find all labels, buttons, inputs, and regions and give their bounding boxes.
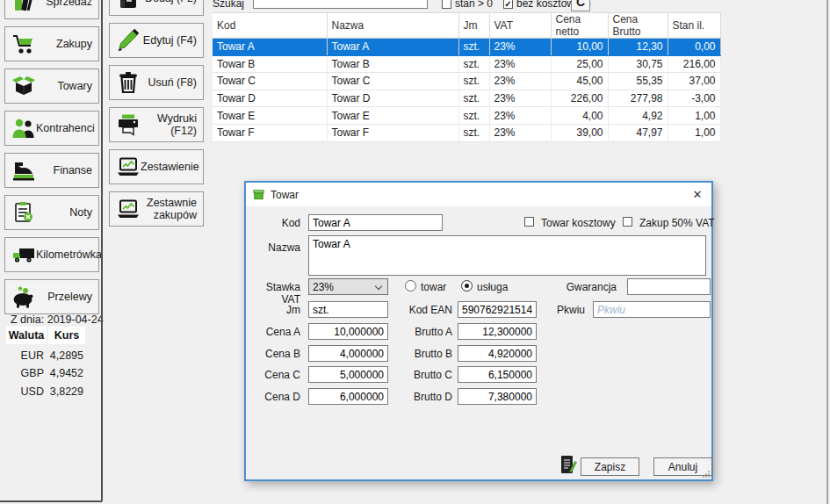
rate-currency: GBP	[6, 367, 44, 381]
cell-netto: 226,00	[551, 90, 608, 107]
brutto-c-input[interactable]	[458, 366, 537, 383]
brutto-c-label: Brutto C	[373, 369, 452, 381]
cell-brutto: 12,30	[608, 39, 668, 56]
cell-stan: 1,00	[668, 124, 720, 141]
sidebar-item-kontrahenci[interactable]: Kontrahenci	[4, 111, 99, 146]
refresh-icon: C	[576, 0, 585, 9]
column-header-nazwa[interactable]: Nazwa	[327, 13, 458, 39]
rate-value: 4,2895	[48, 349, 83, 364]
prints-button[interactable]: Wydruki (F12)	[109, 107, 204, 142]
warranty-label: Gwarancja	[538, 281, 617, 293]
report-button[interactable]: Zestawienie	[109, 149, 204, 184]
brutto-a-input[interactable]	[458, 323, 537, 340]
search-label: Szukaj	[213, 0, 244, 10]
vat-rate-value: 23%	[313, 281, 334, 293]
printer-icon	[116, 112, 141, 137]
cell-jm: szt.	[458, 39, 489, 56]
cell-kod: Towar C	[213, 73, 327, 90]
piggy-bank-icon	[11, 284, 36, 309]
purchases-report-button[interactable]: Zestawnie zakupów	[109, 191, 204, 227]
column-header-cena-brutto[interactable]: Cena Brutto	[608, 13, 668, 39]
table-row[interactable]: Towar CTowar Cszt.23%45,0055,3537,00	[213, 73, 720, 90]
sidebar-divider	[101, 0, 103, 501]
brutto-b-input[interactable]	[458, 345, 537, 362]
column-header-kod[interactable]: Kod	[213, 13, 327, 39]
table-row[interactable]: Towar BTowar Bszt.23%25,0030,75216,00	[213, 55, 720, 73]
close-icon[interactable]: ✕	[690, 187, 704, 201]
cell-jm: szt.	[458, 90, 489, 107]
save-button[interactable]: Zapisz	[581, 457, 639, 476]
cena-b-label: Cena B	[246, 348, 300, 360]
search-input[interactable]	[253, 0, 428, 9]
cell-stan: 216,00	[668, 55, 720, 73]
cell-brutto: 55,35	[608, 73, 668, 90]
action-label: Wydruki (F12)	[141, 112, 197, 138]
column-header-cena-netto[interactable]: Cena netto	[551, 13, 608, 39]
add-button[interactable]: Dodaj (F2)	[109, 0, 204, 16]
nazwa-textarea[interactable]: Towar A	[308, 235, 706, 276]
cost-filter-checkbox[interactable]: ✓	[503, 0, 513, 9]
vat50-label: Zakup 50% VAT	[639, 217, 727, 229]
sidebar-item-towary[interactable]: Towary	[4, 68, 99, 104]
kod-input[interactable]	[308, 214, 443, 231]
cena-c-label: Cena C	[246, 369, 300, 381]
rates-col-waluta: Waluta	[6, 327, 47, 344]
brutto-a-label: Brutto A	[373, 326, 452, 338]
sidebar-item-finanse[interactable]: Finanse	[4, 153, 99, 188]
sidebar-item-zakupy[interactable]: Zakupy	[4, 26, 99, 61]
contractors-icon	[11, 116, 36, 140]
stock-filter-checkbox[interactable]	[442, 0, 451, 9]
cell-stan: 37,00	[668, 73, 720, 90]
cell-netto: 25,00	[551, 55, 608, 73]
table-row[interactable]: Towar ETowar Eszt.23%4,004,921,00	[213, 107, 720, 125]
sidebar-item-label: Kilometrówka	[36, 248, 102, 261]
column-header-vat[interactable]: VAT	[489, 13, 551, 39]
rate-currency: USD	[6, 385, 44, 400]
brutto-d-input[interactable]	[458, 388, 537, 405]
cell-vat: 23%	[489, 73, 551, 90]
refresh-button[interactable]: C	[571, 0, 590, 11]
cell-netto: 10,00	[551, 39, 608, 56]
warranty-input[interactable]	[627, 278, 711, 295]
sidebar-item-kilometrowka[interactable]: Kilometrówka	[4, 237, 99, 272]
cell-nazwa: Towar A	[327, 39, 458, 56]
column-header-jm[interactable]: Jm	[458, 13, 489, 39]
resize-grip[interactable]	[703, 471, 710, 478]
sidebar-item-label: Zakupy	[56, 38, 92, 50]
vat-rate-select[interactable]: 23%	[308, 278, 388, 295]
cell-stan: 1,00	[668, 107, 720, 125]
type-radio-usluga[interactable]	[461, 280, 473, 292]
cell-vat: 23%	[489, 90, 551, 107]
dialog-title-bar[interactable]: Towar	[246, 183, 711, 206]
cell-stan: -3,00	[668, 90, 720, 107]
goods-icon	[11, 74, 36, 98]
cell-kod: Towar B	[213, 55, 327, 73]
type-radio-towar[interactable]	[405, 280, 416, 292]
column-header-stan[interactable]: Stan il.	[668, 13, 720, 39]
cost-item-checkbox[interactable]	[524, 217, 534, 227]
action-label: Dodaj (F2)	[145, 0, 197, 4]
sidebar-item-label: Przelewy	[47, 291, 92, 303]
sales-icon	[11, 0, 36, 14]
cell-kod: Towar E	[213, 107, 327, 125]
table-row[interactable]: Towar FTowar Fszt.23%39,0047,971,00	[213, 124, 720, 141]
table-row[interactable]: Towar DTowar Dszt.23%226,00277,98-3,00	[213, 90, 720, 107]
edit-button[interactable]: Edytuj (F4)	[109, 23, 204, 58]
pkwiu-input[interactable]	[593, 301, 711, 318]
cell-jm: szt.	[458, 73, 489, 90]
ean-label: Kod EAN	[373, 304, 452, 316]
sidebar-item-label: Finanse	[54, 164, 92, 176]
pkwiu-label: Pkwiu	[506, 304, 585, 316]
table-row[interactable]: Towar ATowar Aszt.23%10,0012,300,00	[213, 39, 720, 56]
cell-kod: Towar A	[213, 39, 327, 56]
vat50-checkbox[interactable]	[623, 217, 632, 227]
sidebar-item-sprzedaz[interactable]: Sprzedaż	[4, 0, 99, 19]
cell-brutto: 47,97	[608, 124, 668, 141]
rate-value: 4,9452	[48, 367, 83, 381]
sidebar-item-noty[interactable]: Noty	[4, 195, 99, 230]
rates-date: Z dnia: 2019-04-24	[11, 313, 104, 326]
app-window: Sprzedaż Zakupy Towary Kontrahenci Finan…	[0, 0, 830, 504]
delete-button[interactable]: Usuń (F8)	[109, 65, 204, 100]
cell-jm: szt.	[458, 55, 489, 73]
sidebar-item-przelewy[interactable]: Przelewy	[4, 279, 99, 314]
